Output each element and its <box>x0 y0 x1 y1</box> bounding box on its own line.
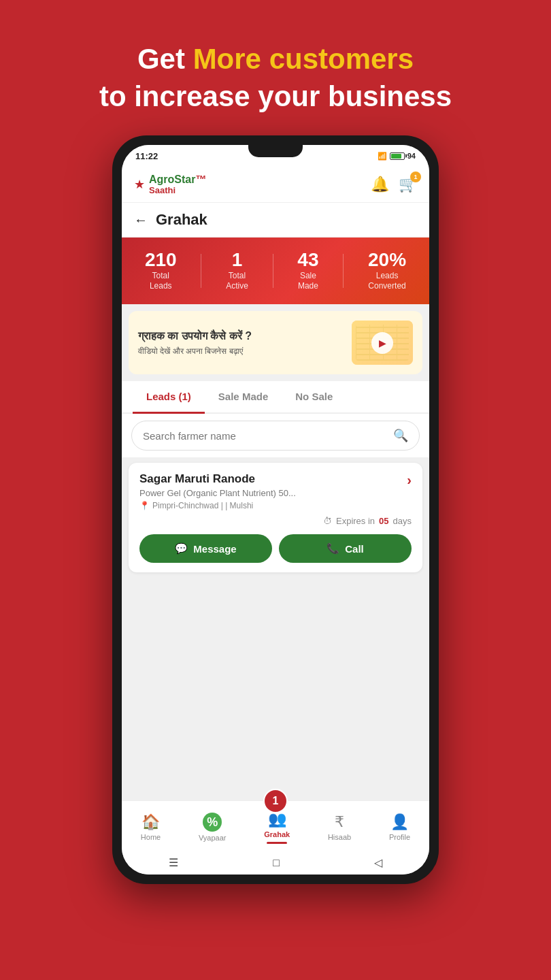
nav-home-label: Home <box>141 833 161 841</box>
expiry-badge: ⏱ Expires in 05 days <box>139 516 412 526</box>
tabs-bar: Leads (1) Sale Made No Sale <box>122 381 429 414</box>
promo-video-thumbnail[interactable]: ▶ <box>352 321 413 365</box>
expiry-text: Expires in <box>336 516 375 526</box>
call-button[interactable]: 📞 Call <box>279 534 412 563</box>
stat-leads-converted-number: 20% <box>368 250 406 271</box>
logo-saathi-text: Saathi <box>149 186 206 195</box>
tab-sale-made[interactable]: Sale Made <box>205 381 282 414</box>
stat-total-active-number: 1 <box>226 250 248 271</box>
stat-divider-3 <box>343 254 344 288</box>
lead-product: Power Gel (Organic Plant Nutrient) 50... <box>139 488 296 498</box>
logo-star-text: Star <box>174 174 195 185</box>
nav-home[interactable]: 🏠 Home <box>134 811 167 844</box>
logo-agro-text: Agro <box>149 174 174 185</box>
nav-hisaab[interactable]: ₹ Hisaab <box>321 811 358 844</box>
nav-items: 🏠 Home % Vyapaar 👥 Grahak ₹ Hisaab <box>122 808 429 847</box>
stat-total-leads: 210 TotalLeads <box>145 250 177 292</box>
play-button-icon[interactable]: ▶ <box>371 332 393 354</box>
logo-star-icon: ★ <box>134 177 145 192</box>
grahak-float-badge: 1 <box>263 789 288 813</box>
lead-name: Sagar Maruti Ranode <box>139 472 296 486</box>
search-icon[interactable]: 🔍 <box>393 428 408 443</box>
call-button-label: Call <box>345 543 364 555</box>
stat-divider-1 <box>201 254 201 288</box>
page-header: ← Grahak <box>122 203 429 238</box>
lead-detail-chevron[interactable]: › <box>407 472 412 488</box>
location-pin-icon: 📍 <box>139 501 150 510</box>
notification-bell-icon[interactable]: 🔔 <box>371 176 389 193</box>
phone-icon: 📞 <box>327 542 339 555</box>
lead-card[interactable]: Sagar Maruti Ranode Power Gel (Organic P… <box>129 463 422 572</box>
stat-total-active: 1 TotalActive <box>226 250 248 292</box>
search-input[interactable] <box>143 430 388 442</box>
whatsapp-icon: 💬 <box>175 542 188 555</box>
nav-profile-label: Profile <box>389 833 410 841</box>
promo-banner[interactable]: ग्राहक का उपयोग कैसे करें ? वीडियो देखें… <box>129 311 422 374</box>
nav-vyapaar-label: Vyapaar <box>199 834 227 842</box>
lead-location-text: Pimpri-Chinchwad | | Mulshi <box>152 501 253 510</box>
headline-part1: Get <box>137 43 193 75</box>
stat-leads-converted-label: LeadsConverted <box>368 271 406 292</box>
stat-sale-made-number: 43 <box>297 250 318 271</box>
lead-location: 📍 Pimpri-Chinchwad | | Mulshi <box>139 501 296 510</box>
profile-icon: 👤 <box>390 813 409 831</box>
search-container: 🔍 <box>122 414 429 457</box>
headline-part2: to increase your business <box>99 80 452 112</box>
stat-total-leads-number: 210 <box>145 250 177 271</box>
vyapaar-icon: % <box>203 813 222 832</box>
battery-percent: 94 <box>407 152 416 160</box>
nav-grahak[interactable]: 👥 Grahak <box>257 808 297 847</box>
phone-notch <box>248 145 303 157</box>
tab-leads[interactable]: Leads (1) <box>133 381 205 414</box>
header-action-icons: 🔔 🛒 1 <box>371 176 417 193</box>
cart-badge: 1 <box>410 172 421 182</box>
nav-vyapaar[interactable]: % Vyapaar <box>192 810 233 845</box>
expiry-clock-icon: ⏱ <box>323 516 332 526</box>
phone-screen: 11:22 📶 94 ★ AgroStar™ <box>122 145 429 875</box>
promo-subtitle: वीडियो देखें और अपना बिजनेस बढ़ाएं <box>138 346 252 356</box>
lead-action-buttons: 💬 Message 📞 Call <box>139 534 412 563</box>
expiry-days: 05 <box>379 516 388 526</box>
page-title: Grahak <box>156 211 207 229</box>
status-icons: 📶 94 <box>378 152 416 161</box>
stat-total-leads-label: TotalLeads <box>145 271 177 292</box>
system-nav-bar: ☰ □ ◁ <box>122 851 429 875</box>
stats-banner: 210 TotalLeads 1 TotalActive 43 SaleMade… <box>122 238 429 304</box>
promo-title: ग्राहक का उपयोग कैसे करें ? <box>138 329 252 344</box>
stat-total-active-label: TotalActive <box>226 271 248 292</box>
system-menu-icon[interactable]: ☰ <box>169 856 178 869</box>
stat-sale-made-label: SaleMade <box>297 271 318 292</box>
bottom-nav: 1 🏠 Home % Vyapaar 👥 Grahak <box>122 800 429 851</box>
stat-leads-converted: 20% LeadsConverted <box>368 250 406 292</box>
headline-section: Get More customersto increase your busin… <box>0 0 551 135</box>
nav-profile[interactable]: 👤 Profile <box>382 811 417 844</box>
nav-grahak-label: Grahak <box>264 830 290 838</box>
headline-highlight: More customers <box>193 43 414 75</box>
content-area: ग्राहक का उपयोग कैसे करें ? वीडियो देखें… <box>122 304 429 800</box>
nav-grahak-underline <box>267 842 287 844</box>
headline: Get More customersto increase your busin… <box>0 41 551 115</box>
phone-shell: 11:22 📶 94 ★ AgroStar™ <box>112 135 439 884</box>
tab-no-sale[interactable]: No Sale <box>282 381 346 414</box>
nav-hisaab-label: Hisaab <box>328 833 351 841</box>
expiry-suffix: days <box>393 516 412 526</box>
search-box: 🔍 <box>131 421 420 451</box>
back-button[interactable]: ← <box>134 212 148 228</box>
cart-icon[interactable]: 🛒 1 <box>399 176 417 193</box>
signal-icon: 📶 <box>378 152 387 161</box>
lead-info: Sagar Maruti Ranode Power Gel (Organic P… <box>139 472 296 510</box>
status-time: 11:22 <box>135 151 158 161</box>
logo: ★ AgroStar™ Saathi <box>134 174 206 195</box>
stat-sale-made: 43 SaleMade <box>297 250 318 292</box>
logo-agro-star: AgroStar™ <box>149 174 206 186</box>
system-home-icon[interactable]: □ <box>273 857 280 869</box>
stat-divider-2 <box>273 254 273 288</box>
grahak-icon: 👥 <box>268 811 286 828</box>
app-header: ★ AgroStar™ Saathi 🔔 🛒 1 <box>122 167 429 203</box>
system-back-icon[interactable]: ◁ <box>374 856 382 869</box>
battery-icon <box>390 152 405 160</box>
promo-text: ग्राहक का उपयोग कैसे करें ? वीडियो देखें… <box>138 329 252 356</box>
message-button[interactable]: 💬 Message <box>139 534 272 563</box>
home-icon: 🏠 <box>141 813 160 831</box>
logo-text: AgroStar™ Saathi <box>149 174 206 195</box>
